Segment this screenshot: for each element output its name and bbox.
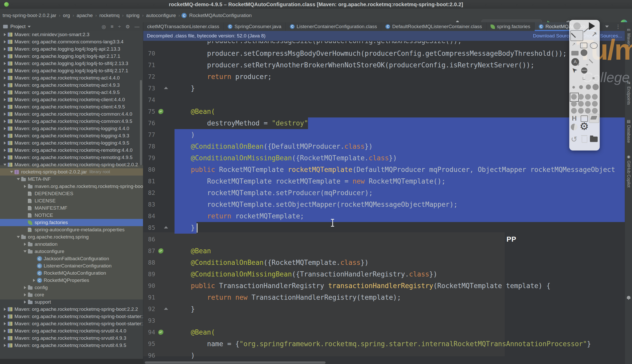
code-content[interactable]: @ConditionalOnBean({DefaultMQProducer.cl… (175, 141, 625, 152)
tree-chevron-icon[interactable] (2, 134, 8, 137)
code-line[interactable]: 90public TransactionHandlerRegistry tran… (143, 280, 625, 292)
code-line[interactable]: 95name = {"org.springframework.rocketmq.… (143, 338, 625, 350)
tree-row[interactable]: Maven: org.apache.rocketmq:rocketmq-srvu… (0, 327, 143, 335)
tree-chevron-icon[interactable] (15, 236, 21, 238)
tree-chevron-icon[interactable] (2, 308, 8, 311)
code-content[interactable] (175, 315, 625, 327)
tree-row[interactable]: Maven: org.apache.rocketmq:rocketmq-srvu… (0, 335, 143, 342)
code-content[interactable]: return rocketMQTemplate; (175, 210, 625, 222)
tree-chevron-icon[interactable] (2, 164, 8, 166)
color-swatch[interactable] (571, 101, 577, 107)
code-content[interactable]: ) (175, 350, 625, 361)
tree-chevron-icon[interactable] (2, 55, 8, 58)
tree-chevron-icon[interactable] (2, 98, 8, 101)
code-line[interactable]: 88@ConditionalOnBean({RocketMQTemplate.c… (143, 257, 625, 268)
color-swatch[interactable] (578, 94, 584, 100)
filled-rectangle-tool-icon[interactable] (571, 51, 579, 56)
color-swatch[interactable] (585, 101, 591, 107)
code-line[interactable]: 71producer.setRetryAnotherBrokerWhenNotS… (143, 59, 625, 71)
tree-row[interactable]: maven.org.apache.rocketmq.rocketmq-sprin… (0, 183, 143, 190)
tree-chevron-icon[interactable] (2, 62, 8, 65)
code-content[interactable]: } (175, 303, 625, 315)
tree-row[interactable]: support (0, 298, 143, 306)
tree-chevron-icon[interactable] (22, 185, 28, 188)
tree-row[interactable]: Maven: org.apache.rocketmq:rocketmq-acl:… (0, 89, 143, 96)
tree-chevron-icon[interactable] (2, 69, 8, 72)
tree-row[interactable]: Maven: org.apache.rocketmq:rocketmq-comm… (0, 118, 143, 125)
code-content[interactable] (175, 234, 625, 245)
code-line[interactable]: 75@Bean( (143, 106, 625, 117)
code-line[interactable]: 83rocketMQTemplate.setObjectMapper(rocke… (143, 199, 625, 210)
fold-marker-icon[interactable] (164, 226, 168, 228)
breadcrumb-item[interactable]: spring (125, 12, 141, 19)
rectangle-tool-icon[interactable] (580, 43, 587, 48)
code-lines[interactable]: 70producer.setCompressMsgBodyOverHowmuch… (143, 48, 625, 361)
panel-settings-icon[interactable]: ⚙ (125, 24, 130, 30)
record-tool-icon[interactable] (573, 22, 581, 30)
breadcrumb-item[interactable]: apache (76, 12, 94, 19)
trash-icon[interactable] (582, 137, 587, 143)
tree-row[interactable]: Maven: org.apache.rocketmq:rocketmq-spri… (0, 306, 143, 313)
tree-row[interactable]: Maven: org.apache.logging.log4j:log4j-ap… (0, 45, 143, 53)
code-content[interactable]: name = {"org.springframework.rocketmq.sp… (175, 338, 625, 350)
tree-row[interactable]: CRocketMQAutoConfiguration (0, 270, 143, 277)
spring-bean-gutter-icon[interactable] (158, 109, 163, 114)
code-content[interactable]: rocketMQTemplate.setObjectMapper(rocketM… (175, 199, 625, 210)
tree-row[interactable]: Maven: org.apache.rocketmq:rocketmq-clie… (0, 96, 143, 103)
text-tool-icon[interactable]: H (572, 115, 577, 122)
color-swatch[interactable] (592, 101, 598, 107)
tree-chevron-icon[interactable] (2, 120, 8, 123)
play-tool-icon[interactable] (589, 22, 595, 30)
tree-chevron-icon[interactable] (2, 105, 8, 108)
code-line[interactable]: 86 (143, 234, 625, 245)
breadcrumb-item[interactable]: autoconfigure (145, 12, 177, 19)
tree-row[interactable]: org.apache.rocketmq.spring (0, 233, 143, 241)
code-line[interactable]: 91return new TransactionHandlerRegistry(… (143, 292, 625, 303)
stroke-size-1[interactable] (572, 86, 575, 89)
tree-chevron-icon[interactable] (22, 250, 28, 252)
tree-row[interactable]: Maven: org.apache.commons:commons-lang3:… (0, 38, 143, 45)
code-content[interactable] (175, 94, 625, 106)
tree-chevron-icon[interactable] (2, 33, 8, 36)
code-line[interactable]: 74 (143, 94, 625, 106)
tree-chevron-icon[interactable] (2, 127, 8, 130)
tool-stripe-database[interactable]: ▤Database (625, 119, 632, 143)
tree-row[interactable]: Maven: org.apache.rocketmq:rocketmq-acl:… (0, 74, 143, 82)
tree-row[interactable]: CListenerContainerConfiguration (0, 262, 143, 270)
code-content[interactable]: @Bean( (175, 327, 625, 338)
code-content[interactable]: } (175, 83, 625, 94)
tree-row[interactable]: Maven: net.minidev:json-smart:2.3 (0, 31, 143, 38)
tree-row[interactable]: Maven: org.apache.rocketmq:rocketmq-spri… (0, 313, 143, 320)
code-line[interactable]: 82rocketMQTemplate.setProducer(mqProduce… (143, 187, 625, 199)
tree-chevron-icon[interactable] (2, 84, 8, 87)
code-line[interactable]: 94@Bean( (143, 327, 625, 338)
hide-panel-icon[interactable]: — (135, 24, 139, 30)
tree-row[interactable]: Maven: org.apache.logging.log4j:log4j-ap… (0, 53, 143, 60)
tree-row[interactable]: spring.factories (0, 219, 143, 226)
code-line[interactable]: 70producer.setCompressMsgBodyOverHowmuch… (143, 48, 625, 59)
tree-row[interactable]: Maven: org.apache.rocketmq:rocketmq-remo… (0, 147, 143, 154)
cursor-tool-icon[interactable]: ➤ (570, 66, 579, 75)
color-swatch[interactable] (571, 94, 577, 100)
tree-row[interactable]: rocketmq-spring-boot-2.0.2.jarlibrary ro… (0, 168, 143, 176)
code-content[interactable]: @Bean( (175, 106, 625, 117)
code-content[interactable]: @ConditionalOnMissingBean({TransactionHa… (175, 268, 625, 280)
tree-row[interactable]: config (0, 284, 143, 291)
color-swatch[interactable] (578, 101, 584, 107)
spring-bean-gutter-icon[interactable] (158, 248, 163, 254)
code-content[interactable]: ) (175, 129, 625, 141)
tree-chevron-icon[interactable] (2, 149, 8, 152)
tree-row[interactable]: META-INF (0, 176, 143, 183)
scribble-tool-icon[interactable] (581, 67, 587, 74)
tree-row[interactable]: Maven: org.apache.rocketmq:rocketmq-comm… (0, 110, 143, 118)
dropdown-triangle-icon[interactable] (586, 64, 588, 66)
color-swatch[interactable] (571, 108, 577, 114)
code-content[interactable]: return new TransactionHandlerRegistry(te… (175, 292, 625, 303)
tree-chevron-icon[interactable] (2, 40, 8, 43)
spring-bean-gutter-icon[interactable] (158, 330, 163, 335)
code-content[interactable]: return producer; (175, 71, 625, 83)
color-swatch[interactable] (592, 108, 598, 114)
tree-row[interactable]: Maven: org.apache.rocketmq:rocketmq-clie… (0, 103, 143, 110)
editor-tab[interactable]: CDefaultRocketMQListenerContainer.class (381, 22, 486, 31)
tree-chevron-icon[interactable] (2, 344, 8, 347)
